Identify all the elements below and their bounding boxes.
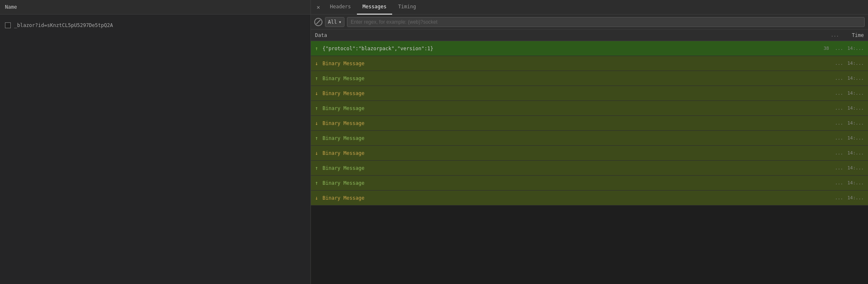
tab-headers-label: Headers bbox=[330, 4, 351, 10]
arrow-down-icon: ↓ bbox=[315, 195, 321, 201]
chevron-down-icon: ▾ bbox=[339, 19, 342, 25]
arrow-up-icon: ↑ bbox=[315, 180, 321, 186]
table-row[interactable]: ↓Binary Message...14:... bbox=[311, 56, 868, 71]
message-text: Binary Message bbox=[322, 180, 831, 186]
message-more: ... bbox=[831, 91, 843, 96]
message-more: ... bbox=[831, 120, 843, 126]
block-icon[interactable] bbox=[314, 18, 322, 26]
message-text: {"protocol":"blazorpack","version":1} bbox=[322, 46, 812, 51]
message-time: 14:... bbox=[843, 105, 864, 111]
filter-bar: All ▾ bbox=[311, 15, 868, 29]
right-panel: ✕ Headers Messages Timing All ▾ Data ...… bbox=[311, 0, 868, 284]
message-text: Binary Message bbox=[322, 105, 831, 111]
table-row[interactable]: ↑Binary Message...14:... bbox=[311, 176, 868, 191]
message-more: ... bbox=[831, 150, 843, 156]
message-more: ... bbox=[831, 165, 843, 171]
message-time: 14:... bbox=[843, 76, 864, 81]
websocket-url: _blazor?id=sKnztCL5pU5297De5tpQ2A bbox=[14, 22, 113, 28]
message-more: ... bbox=[831, 195, 843, 201]
arrow-down-icon: ↓ bbox=[315, 150, 321, 156]
table-row[interactable]: ↓Binary Message...14:... bbox=[311, 116, 868, 131]
filter-type-select[interactable]: All ▾ bbox=[325, 17, 344, 27]
message-time: 14:... bbox=[843, 180, 864, 186]
message-more: ... bbox=[831, 76, 843, 81]
message-more: ... bbox=[831, 135, 843, 141]
tab-timing-label: Timing bbox=[398, 4, 416, 10]
tab-headers[interactable]: Headers bbox=[324, 0, 357, 15]
message-text: Binary Message bbox=[322, 135, 831, 141]
message-size: 38 bbox=[812, 46, 829, 51]
data-column-header: Data bbox=[315, 32, 822, 38]
arrow-down-icon: ↓ bbox=[315, 60, 321, 66]
messages-list[interactable]: ↑{"protocol":"blazorpack","version":1}38… bbox=[311, 41, 868, 284]
message-time: 14:... bbox=[843, 46, 864, 51]
table-header: Data ... Time bbox=[311, 29, 868, 41]
message-text: Binary Message bbox=[322, 120, 831, 126]
table-row[interactable]: ↓Binary Message...14:... bbox=[311, 146, 868, 161]
websocket-icon bbox=[5, 22, 11, 28]
arrow-up-icon: ↑ bbox=[315, 165, 321, 171]
tab-messages[interactable]: Messages bbox=[357, 0, 393, 15]
table-row[interactable]: ↑Binary Message...14:... bbox=[311, 101, 868, 116]
message-text: Binary Message bbox=[322, 76, 831, 81]
name-header-label: Name bbox=[5, 4, 17, 10]
message-more: ... bbox=[831, 180, 843, 186]
name-column-header: Name bbox=[0, 0, 310, 15]
message-text: Binary Message bbox=[322, 195, 831, 201]
message-more: ... bbox=[831, 105, 843, 111]
list-item[interactable]: _blazor?id=sKnztCL5pU5297De5tpQ2A bbox=[0, 18, 310, 33]
close-button[interactable]: ✕ bbox=[313, 0, 324, 15]
table-row[interactable]: ↑Binary Message...14:... bbox=[311, 161, 868, 176]
arrow-up-icon: ↑ bbox=[315, 45, 321, 51]
message-more: ... bbox=[831, 61, 843, 66]
arrow-up-icon: ↑ bbox=[315, 105, 321, 111]
arrow-down-icon: ↓ bbox=[315, 120, 321, 126]
tab-timing[interactable]: Timing bbox=[392, 0, 422, 15]
message-text: Binary Message bbox=[322, 150, 831, 156]
table-row[interactable]: ↑Binary Message...14:... bbox=[311, 71, 868, 86]
ellipsis-column-header: ... bbox=[822, 32, 839, 38]
filter-type-value: All bbox=[328, 19, 337, 25]
message-time: 14:... bbox=[843, 150, 864, 156]
left-panel: Name _blazor?id=sKnztCL5pU5297De5tpQ2A bbox=[0, 0, 311, 284]
arrow-up-icon: ↑ bbox=[315, 135, 321, 141]
tab-messages-label: Messages bbox=[363, 4, 387, 10]
network-list: _blazor?id=sKnztCL5pU5297De5tpQ2A bbox=[0, 15, 310, 36]
message-text: Binary Message bbox=[322, 61, 831, 66]
close-icon: ✕ bbox=[317, 4, 320, 10]
message-text: Binary Message bbox=[322, 91, 831, 96]
tab-bar: ✕ Headers Messages Timing bbox=[311, 0, 868, 15]
table-row[interactable]: ↓Binary Message...14:... bbox=[311, 191, 868, 206]
filter-regex-input[interactable] bbox=[347, 17, 865, 27]
message-text: Binary Message bbox=[322, 165, 831, 171]
message-more: ... bbox=[831, 46, 843, 51]
message-time: 14:... bbox=[843, 165, 864, 171]
message-time: 14:... bbox=[843, 91, 864, 96]
table-row[interactable]: ↑{"protocol":"blazorpack","version":1}38… bbox=[311, 41, 868, 56]
table-row[interactable]: ↑Binary Message...14:... bbox=[311, 131, 868, 146]
table-row[interactable]: ↓Binary Message...14:... bbox=[311, 86, 868, 101]
message-time: 14:... bbox=[843, 135, 864, 141]
arrow-up-icon: ↑ bbox=[315, 75, 321, 81]
arrow-down-icon: ↓ bbox=[315, 90, 321, 96]
message-time: 14:... bbox=[843, 195, 864, 201]
time-column-header: Time bbox=[839, 32, 864, 38]
message-time: 14:... bbox=[843, 61, 864, 66]
message-time: 14:... bbox=[843, 120, 864, 126]
